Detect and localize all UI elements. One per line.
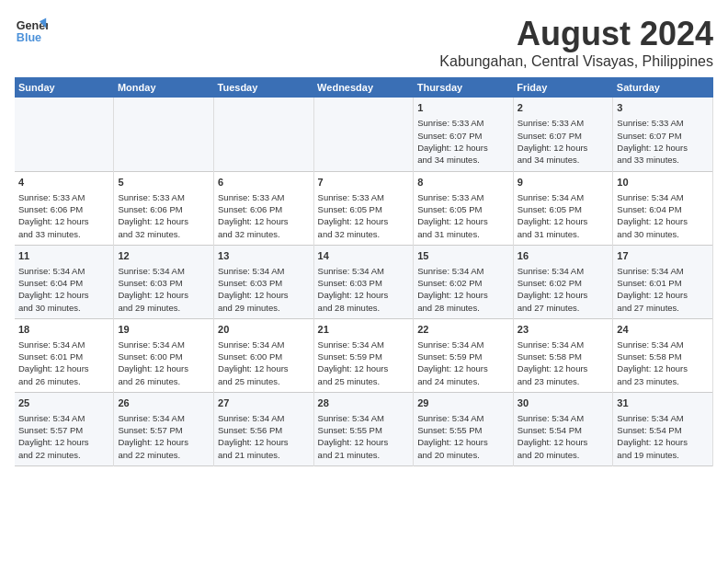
day-info: Sunrise: 5:34 AM Sunset: 6:03 PM Dayligh… <box>318 265 410 314</box>
calendar-cell: 25Sunrise: 5:34 AM Sunset: 5:57 PM Dayli… <box>15 392 114 465</box>
day-number: 20 <box>218 323 310 337</box>
day-number: 15 <box>417 249 509 263</box>
day-number: 7 <box>318 176 410 190</box>
svg-text:Blue: Blue <box>17 31 41 44</box>
day-number: 8 <box>417 176 509 190</box>
calendar-cell: 20Sunrise: 5:34 AM Sunset: 6:00 PM Dayli… <box>214 318 314 392</box>
calendar-cell: 6Sunrise: 5:33 AM Sunset: 6:06 PM Daylig… <box>214 171 314 245</box>
calendar-cell: 30Sunrise: 5:34 AM Sunset: 5:54 PM Dayli… <box>513 392 613 465</box>
day-number: 5 <box>118 176 210 190</box>
day-number: 14 <box>318 249 410 263</box>
day-info: Sunrise: 5:33 AM Sunset: 6:05 PM Dayligh… <box>318 191 410 240</box>
day-info: Sunrise: 5:34 AM Sunset: 6:00 PM Dayligh… <box>218 339 310 387</box>
day-info: Sunrise: 5:34 AM Sunset: 5:59 PM Dayligh… <box>318 339 410 387</box>
calendar-cell: 10Sunrise: 5:34 AM Sunset: 6:04 PM Dayli… <box>613 171 713 245</box>
calendar-cell: 19Sunrise: 5:34 AM Sunset: 6:00 PM Dayli… <box>114 318 214 392</box>
day-number: 12 <box>118 249 210 263</box>
main-title: August 2024 <box>439 15 713 53</box>
calendar-cell: 2Sunrise: 5:33 AM Sunset: 6:07 PM Daylig… <box>513 98 613 171</box>
day-number: 26 <box>118 396 210 410</box>
calendar-cell: 12Sunrise: 5:34 AM Sunset: 6:03 PM Dayli… <box>114 245 214 318</box>
calendar-header: SundayMondayTuesdayWednesdayThursdayFrid… <box>15 77 713 98</box>
calendar-cell: 24Sunrise: 5:34 AM Sunset: 5:58 PM Dayli… <box>613 318 713 392</box>
week-row: 25Sunrise: 5:34 AM Sunset: 5:57 PM Dayli… <box>15 392 713 465</box>
calendar-cell: 17Sunrise: 5:34 AM Sunset: 6:01 PM Dayli… <box>613 245 713 318</box>
header-row: SundayMondayTuesdayWednesdayThursdayFrid… <box>15 77 713 98</box>
day-number: 23 <box>518 323 609 337</box>
day-number: 24 <box>617 323 709 337</box>
day-info: Sunrise: 5:33 AM Sunset: 6:07 PM Dayligh… <box>518 117 609 166</box>
day-info: Sunrise: 5:33 AM Sunset: 6:07 PM Dayligh… <box>417 117 509 166</box>
calendar-cell: 26Sunrise: 5:34 AM Sunset: 5:57 PM Dayli… <box>114 392 214 465</box>
header: General Blue August 2024 Kabungahan, Cen… <box>15 15 713 70</box>
day-info: Sunrise: 5:34 AM Sunset: 6:04 PM Dayligh… <box>617 191 709 240</box>
calendar-cell: 11Sunrise: 5:34 AM Sunset: 6:04 PM Dayli… <box>15 245 114 318</box>
day-info: Sunrise: 5:33 AM Sunset: 6:06 PM Dayligh… <box>118 191 210 240</box>
subtitle: Kabungahan, Central Visayas, Philippines <box>439 53 713 70</box>
calendar-body: 1Sunrise: 5:33 AM Sunset: 6:07 PM Daylig… <box>15 98 713 465</box>
day-info: Sunrise: 5:34 AM Sunset: 6:03 PM Dayligh… <box>218 265 310 314</box>
calendar-cell <box>214 98 314 171</box>
day-number: 18 <box>18 323 109 337</box>
calendar-cell: 4Sunrise: 5:33 AM Sunset: 6:06 PM Daylig… <box>15 171 114 245</box>
day-number: 16 <box>518 249 609 263</box>
logo-icon: General Blue <box>15 15 48 48</box>
day-number: 6 <box>218 176 310 190</box>
header-day-thursday: Thursday <box>414 77 514 98</box>
calendar-table: SundayMondayTuesdayWednesdayThursdayFrid… <box>15 77 713 466</box>
calendar-cell <box>313 98 414 171</box>
day-info: Sunrise: 5:34 AM Sunset: 6:01 PM Dayligh… <box>18 339 109 387</box>
day-info: Sunrise: 5:34 AM Sunset: 5:55 PM Dayligh… <box>318 412 410 461</box>
calendar-cell: 3Sunrise: 5:33 AM Sunset: 6:07 PM Daylig… <box>613 98 713 171</box>
day-info: Sunrise: 5:34 AM Sunset: 5:56 PM Dayligh… <box>218 412 310 461</box>
header-day-friday: Friday <box>513 77 613 98</box>
day-info: Sunrise: 5:33 AM Sunset: 6:06 PM Dayligh… <box>18 191 109 240</box>
day-info: Sunrise: 5:34 AM Sunset: 5:54 PM Dayligh… <box>518 412 609 461</box>
calendar-cell: 23Sunrise: 5:34 AM Sunset: 5:58 PM Dayli… <box>513 318 613 392</box>
header-day-wednesday: Wednesday <box>313 77 414 98</box>
calendar-cell <box>15 98 114 171</box>
day-info: Sunrise: 5:34 AM Sunset: 6:02 PM Dayligh… <box>518 265 609 314</box>
day-info: Sunrise: 5:34 AM Sunset: 5:58 PM Dayligh… <box>617 339 709 387</box>
day-info: Sunrise: 5:34 AM Sunset: 6:05 PM Dayligh… <box>518 191 609 240</box>
day-info: Sunrise: 5:34 AM Sunset: 6:00 PM Dayligh… <box>118 339 210 387</box>
day-info: Sunrise: 5:34 AM Sunset: 5:58 PM Dayligh… <box>518 339 609 387</box>
day-number: 2 <box>518 101 609 115</box>
day-number: 17 <box>617 249 709 263</box>
week-row: 11Sunrise: 5:34 AM Sunset: 6:04 PM Dayli… <box>15 245 713 318</box>
calendar-cell: 29Sunrise: 5:34 AM Sunset: 5:55 PM Dayli… <box>414 392 514 465</box>
day-info: Sunrise: 5:34 AM Sunset: 6:01 PM Dayligh… <box>617 265 709 314</box>
day-number: 13 <box>218 249 310 263</box>
day-number: 1 <box>417 101 509 115</box>
day-info: Sunrise: 5:34 AM Sunset: 5:59 PM Dayligh… <box>417 339 509 387</box>
day-number: 29 <box>417 396 509 410</box>
header-day-sunday: Sunday <box>15 77 114 98</box>
calendar-cell: 1Sunrise: 5:33 AM Sunset: 6:07 PM Daylig… <box>414 98 514 171</box>
day-number: 19 <box>118 323 210 337</box>
calendar-cell <box>114 98 214 171</box>
header-day-tuesday: Tuesday <box>214 77 314 98</box>
title-area: August 2024 Kabungahan, Central Visayas,… <box>439 15 713 70</box>
day-number: 10 <box>617 176 709 190</box>
day-number: 4 <box>18 176 109 190</box>
calendar-cell: 13Sunrise: 5:34 AM Sunset: 6:03 PM Dayli… <box>214 245 314 318</box>
calendar-cell: 9Sunrise: 5:34 AM Sunset: 6:05 PM Daylig… <box>513 171 613 245</box>
day-number: 25 <box>18 396 109 410</box>
day-number: 22 <box>417 323 509 337</box>
day-info: Sunrise: 5:34 AM Sunset: 6:04 PM Dayligh… <box>18 265 109 314</box>
day-info: Sunrise: 5:34 AM Sunset: 5:54 PM Dayligh… <box>617 412 709 461</box>
day-info: Sunrise: 5:33 AM Sunset: 6:06 PM Dayligh… <box>218 191 310 240</box>
day-number: 27 <box>218 396 310 410</box>
week-row: 4Sunrise: 5:33 AM Sunset: 6:06 PM Daylig… <box>15 171 713 245</box>
day-number: 11 <box>18 249 109 263</box>
day-number: 21 <box>318 323 410 337</box>
day-info: Sunrise: 5:34 AM Sunset: 5:57 PM Dayligh… <box>18 412 109 461</box>
logo: General Blue <box>15 15 48 48</box>
week-row: 1Sunrise: 5:33 AM Sunset: 6:07 PM Daylig… <box>15 98 713 171</box>
calendar-cell: 18Sunrise: 5:34 AM Sunset: 6:01 PM Dayli… <box>15 318 114 392</box>
day-info: Sunrise: 5:34 AM Sunset: 5:55 PM Dayligh… <box>417 412 509 461</box>
day-info: Sunrise: 5:33 AM Sunset: 6:07 PM Dayligh… <box>617 117 709 166</box>
calendar-cell: 8Sunrise: 5:33 AM Sunset: 6:05 PM Daylig… <box>414 171 514 245</box>
day-info: Sunrise: 5:34 AM Sunset: 5:57 PM Dayligh… <box>118 412 210 461</box>
header-day-saturday: Saturday <box>613 77 713 98</box>
